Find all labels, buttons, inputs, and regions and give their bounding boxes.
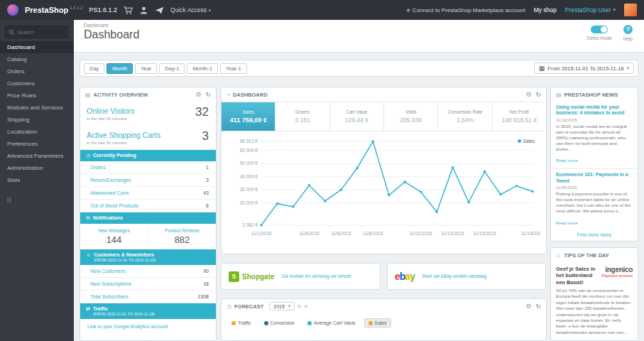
customers-row-new-customers[interactable]: New Customers90: [80, 265, 216, 278]
refresh-icon[interactable]: ↻: [535, 303, 541, 310]
sidebar-search[interactable]: [5, 26, 69, 38]
tips-body-text: 30 tot 70% van de consumenten in Europa …: [551, 288, 638, 335]
sidebar-item-dashboard[interactable]: Dashboard: [0, 41, 74, 53]
sidebar-item-advanced-parameters[interactable]: Advanced Parameters: [0, 150, 74, 162]
forecast-toggle-conversion[interactable]: Conversion: [260, 318, 299, 328]
pending-row-returns[interactable]: Return/Exchanges3: [80, 174, 216, 187]
cart-icon[interactable]: [124, 6, 133, 15]
article-title-link[interactable]: Ecommerce 101: Payments in a Tweet: [556, 172, 633, 184]
search-input[interactable]: [17, 29, 65, 36]
kpi-orders[interactable]: Orders 3 181: [275, 102, 329, 131]
svg-text:66 912 €: 66 912 €: [240, 139, 258, 144]
kpi-net-profit[interactable]: Net Profit 148 918,51 €: [493, 102, 546, 131]
online-visitors-sub: in the last 30 minutes: [87, 117, 209, 121]
demo-mode-block: Demo mode: [586, 25, 611, 41]
kpi-conversion-rate[interactable]: Conversion Rate 1.54%: [438, 102, 492, 131]
forecast-year-select[interactable]: 2015 ▾: [269, 302, 295, 310]
sidebar-item-preferences[interactable]: Preferences: [0, 138, 74, 150]
chart-legend-sales[interactable]: Sales: [518, 139, 535, 144]
forecast-toggle-sales[interactable]: Sales: [364, 318, 391, 328]
customers-row-new-subscriptions[interactable]: New Subscriptions18: [80, 278, 216, 291]
pending-row-abandoned-carts[interactable]: Abandoned Carts43: [80, 187, 216, 200]
range-button-day[interactable]: Day: [84, 63, 104, 74]
range-button-day-1[interactable]: Day-1: [159, 63, 185, 74]
refresh-icon[interactable]: ↻: [535, 91, 541, 98]
customers-date-range: (FROM 2015-11-01 TO 2015-11-18): [94, 258, 155, 262]
user-menu[interactable]: PrestaShop User ▾: [565, 6, 616, 13]
rocket-icon[interactable]: [155, 6, 164, 15]
article-title-link[interactable]: Using social media for your business: 4 …: [556, 104, 633, 117]
sidebar-item-catalog[interactable]: Catalog: [0, 53, 74, 65]
breadcrumb: Dashboard: [84, 23, 634, 28]
shopgate-promo-card: S Shopgate Ga mobiel en verhoog uw omzet: [221, 263, 381, 290]
svg-text:11/6/2015: 11/6/2015: [331, 231, 351, 236]
tips-headline: Geef je Sales in het buitenland een Boos…: [556, 266, 599, 286]
quick-access-menu[interactable]: Quick Access ▾: [170, 6, 211, 13]
google-analytics-link[interactable]: Link to your Google Analytics account: [80, 319, 216, 334]
online-visitors-metric: Online Visitors in the last 30 minutes 3…: [80, 102, 216, 126]
forecast-toggle-traffic[interactable]: Traffic: [227, 318, 256, 328]
refresh-icon[interactable]: ↻: [205, 91, 211, 98]
gear-icon[interactable]: ⚙: [195, 91, 201, 98]
forecast-next-button[interactable]: »: [304, 303, 307, 310]
forecast-toggle-average-cart-value[interactable]: Average Cart Value: [303, 318, 360, 328]
prestashop-admin-dashboard: PrestaShop1.6.1.2 PS1.6.1.2 Quick Access…: [0, 0, 644, 341]
read-more-link[interactable]: Read more: [556, 220, 578, 225]
page-title: Dashboard: [84, 28, 634, 41]
clock-icon: ◷: [86, 153, 90, 158]
range-button-month[interactable]: Month: [107, 63, 133, 74]
new-messages-cell[interactable]: New Messages 144: [80, 224, 148, 249]
my-shop-link[interactable]: My shop: [534, 6, 557, 13]
customers-row-total-subscribers[interactable]: Total Subscribers1308: [80, 291, 216, 303]
pending-row-out-of-stock[interactable]: Out of Stock Products6: [80, 200, 216, 212]
gear-icon[interactable]: ⚙: [525, 91, 531, 98]
topbar-right: ★ Connect to PrestaShop Marketplace acco…: [405, 4, 637, 16]
find-more-news-link[interactable]: Find more news: [551, 229, 638, 241]
active-carts-link[interactable]: Active Shopping Carts: [87, 131, 209, 139]
date-range-picker[interactable]: ▦ From 2015-11-01 To 2015-11-18 ▾: [534, 63, 634, 74]
news-icon: ▤: [556, 92, 562, 98]
shop-name[interactable]: PS1.6.1.2: [89, 6, 118, 13]
forecast-prev-button[interactable]: «: [298, 303, 301, 310]
range-button-month-1[interactable]: Month-1: [187, 63, 218, 74]
product-reviews-cell[interactable]: Product Reviews 882: [148, 224, 216, 249]
marketplace-connect-link[interactable]: ★ Connect to PrestaShop Marketplace acco…: [405, 7, 525, 13]
sidebar-item-shipping[interactable]: Shipping: [0, 114, 74, 126]
range-button-year-1[interactable]: Year-1: [220, 63, 247, 74]
sidebar-item-orders[interactable]: Orders: [0, 65, 74, 77]
tips-panel-header: ☼ TIPS OF THE DAY: [551, 248, 638, 262]
kpi-cart-value[interactable]: Cart Value 129,44 €: [330, 102, 384, 131]
active-carts-value: 3: [202, 129, 209, 144]
sidebar-collapse-button[interactable]: ||: [7, 196, 67, 202]
sidebar-item-stats[interactable]: Stats: [0, 174, 74, 186]
ingenico-logo: ingenico Payment services: [602, 266, 633, 286]
customer-icon[interactable]: [139, 6, 148, 15]
activity-overview-panel: ▤ ACTIVITY OVERVIEW ⚙ ↻ Online Visitors …: [80, 87, 217, 341]
news-panel-header: ▤ PRESTASHOP NEWS: [551, 87, 638, 102]
kpi-sales[interactable]: Sales 411 759,00 €: [222, 102, 275, 131]
sidebar-item-localization[interactable]: Localization: [0, 126, 74, 138]
gear-icon[interactable]: ⚙: [525, 303, 531, 310]
sidebar-item-administration[interactable]: Administration: [0, 162, 74, 174]
range-button-year[interactable]: Year: [135, 63, 157, 74]
ebay-promo-link[interactable]: Start uw eBay-winkel vandaag: [422, 274, 486, 280]
shopgate-promo-link[interactable]: Ga mobiel en verhoog uw omzet: [282, 274, 351, 280]
sidebar-item-modules[interactable]: Modules and Services: [0, 102, 74, 114]
sidebar-item-price-rules[interactable]: Price Rules: [0, 90, 74, 102]
page-header: Dashboard Dashboard Demo mode ? Help: [74, 20, 644, 53]
help-icon[interactable]: ?: [623, 25, 633, 34]
avatar[interactable]: [624, 4, 637, 16]
ebay-promo-card: ebay Start uw eBay-winkel vandaag: [387, 263, 546, 290]
read-more-link[interactable]: Read more: [556, 158, 578, 163]
pending-row-orders[interactable]: Orders1: [80, 161, 216, 174]
svg-text:40 000 €: 40 000 €: [240, 174, 258, 179]
demo-mode-toggle[interactable]: [591, 26, 608, 33]
marketplace-icon: ★: [405, 7, 410, 13]
kpi-visits[interactable]: Visits 205 939: [384, 102, 438, 131]
sales-chart-area: Sales 66 912 €60 000 €50 000 €40 000 €30…: [222, 131, 546, 251]
tips-headline-row: Geef je Sales in het buitenland een Boos…: [551, 262, 638, 288]
active-carts-sub: in the last 30 minutes: [87, 141, 209, 145]
online-visitors-link[interactable]: Online Visitors: [87, 107, 209, 115]
svg-text:60 000 €: 60 000 €: [240, 148, 258, 153]
sidebar-item-customers[interactable]: Customers: [0, 77, 74, 90]
